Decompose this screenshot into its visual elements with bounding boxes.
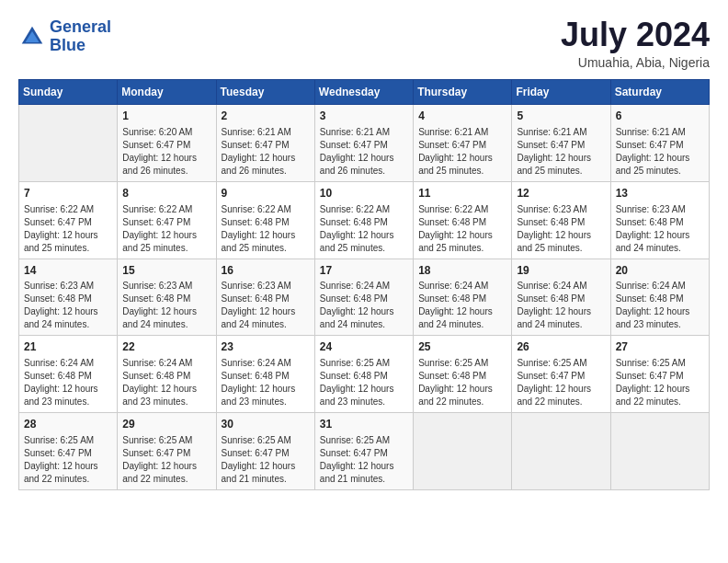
calendar-cell: 19Sunrise: 6:24 AM Sunset: 6:48 PM Dayli… — [512, 259, 610, 336]
day-info: Sunrise: 6:25 AM Sunset: 6:47 PM Dayligh… — [320, 434, 408, 486]
day-number: 3 — [320, 109, 408, 124]
day-number: 5 — [517, 109, 605, 124]
calendar-week-5: 28Sunrise: 6:25 AM Sunset: 6:47 PM Dayli… — [19, 413, 710, 490]
day-number: 4 — [418, 109, 506, 124]
day-info: Sunrise: 6:24 AM Sunset: 6:48 PM Dayligh… — [320, 280, 408, 331]
day-info: Sunrise: 6:25 AM Sunset: 6:47 PM Dayligh… — [24, 434, 112, 486]
calendar-cell — [610, 413, 709, 490]
header-day-saturday: Saturday — [610, 80, 709, 105]
calendar-cell: 25Sunrise: 6:25 AM Sunset: 6:48 PM Dayli… — [414, 336, 512, 413]
calendar-cell: 10Sunrise: 6:22 AM Sunset: 6:48 PM Dayli… — [314, 181, 413, 259]
calendar-cell: 5Sunrise: 6:21 AM Sunset: 6:47 PM Daylig… — [512, 105, 610, 182]
calendar-cell: 3Sunrise: 6:21 AM Sunset: 6:47 PM Daylig… — [314, 105, 413, 182]
day-info: Sunrise: 6:23 AM Sunset: 6:48 PM Dayligh… — [616, 203, 704, 255]
page-header: General Blue July 2024 Umuahia, Abia, Ni… — [18, 18, 710, 70]
header-day-monday: Monday — [118, 80, 216, 105]
day-number: 28 — [24, 417, 112, 432]
day-number: 22 — [122, 339, 210, 355]
calendar-cell: 29Sunrise: 6:25 AM Sunset: 6:47 PM Dayli… — [118, 413, 216, 490]
day-info: Sunrise: 6:25 AM Sunset: 6:48 PM Dayligh… — [418, 357, 506, 408]
location: Umuahia, Abia, Nigeria — [561, 55, 710, 70]
day-info: Sunrise: 6:24 AM Sunset: 6:48 PM Dayligh… — [24, 357, 112, 408]
calendar-cell: 7Sunrise: 6:22 AM Sunset: 6:47 PM Daylig… — [19, 181, 118, 259]
day-info: Sunrise: 6:24 AM Sunset: 6:48 PM Dayligh… — [517, 280, 605, 331]
day-info: Sunrise: 6:24 AM Sunset: 6:48 PM Dayligh… — [222, 357, 310, 408]
calendar-cell: 2Sunrise: 6:21 AM Sunset: 6:47 PM Daylig… — [216, 105, 314, 182]
calendar-cell: 17Sunrise: 6:24 AM Sunset: 6:48 PM Dayli… — [314, 259, 413, 336]
day-number: 16 — [222, 263, 310, 279]
logo-text: General Blue — [50, 18, 111, 55]
calendar-cell — [512, 413, 610, 490]
day-number: 18 — [418, 263, 506, 279]
day-number: 8 — [122, 186, 210, 201]
day-info: Sunrise: 6:21 AM Sunset: 6:47 PM Dayligh… — [616, 126, 704, 178]
calendar-cell: 24Sunrise: 6:25 AM Sunset: 6:48 PM Dayli… — [314, 336, 413, 413]
day-info: Sunrise: 6:23 AM Sunset: 6:48 PM Dayligh… — [24, 280, 112, 331]
day-number: 27 — [616, 339, 704, 355]
title-block: July 2024 Umuahia, Abia, Nigeria — [561, 18, 710, 70]
day-number: 10 — [320, 186, 408, 201]
logo: General Blue — [18, 18, 111, 55]
day-number: 23 — [222, 339, 310, 355]
day-number: 24 — [320, 339, 408, 355]
day-number: 7 — [24, 186, 112, 201]
day-number: 13 — [616, 186, 704, 201]
day-info: Sunrise: 6:25 AM Sunset: 6:47 PM Dayligh… — [222, 434, 310, 486]
day-number: 15 — [122, 263, 210, 279]
day-info: Sunrise: 6:21 AM Sunset: 6:47 PM Dayligh… — [517, 126, 605, 178]
calendar-cell: 27Sunrise: 6:25 AM Sunset: 6:47 PM Dayli… — [610, 336, 709, 413]
day-number: 25 — [418, 339, 506, 355]
calendar-cell: 23Sunrise: 6:24 AM Sunset: 6:48 PM Dayli… — [216, 336, 314, 413]
calendar-cell: 28Sunrise: 6:25 AM Sunset: 6:47 PM Dayli… — [19, 413, 118, 490]
day-info: Sunrise: 6:22 AM Sunset: 6:48 PM Dayligh… — [222, 203, 310, 255]
calendar-table: SundayMondayTuesdayWednesdayThursdayFrid… — [18, 79, 710, 490]
calendar-cell: 18Sunrise: 6:24 AM Sunset: 6:48 PM Dayli… — [414, 259, 512, 336]
calendar-cell: 13Sunrise: 6:23 AM Sunset: 6:48 PM Dayli… — [610, 181, 709, 259]
calendar-cell: 14Sunrise: 6:23 AM Sunset: 6:48 PM Dayli… — [19, 259, 118, 336]
day-info: Sunrise: 6:24 AM Sunset: 6:48 PM Dayligh… — [616, 280, 704, 331]
day-info: Sunrise: 6:22 AM Sunset: 6:47 PM Dayligh… — [24, 203, 112, 255]
header-day-tuesday: Tuesday — [216, 80, 314, 105]
day-number: 29 — [122, 417, 210, 432]
calendar-cell: 9Sunrise: 6:22 AM Sunset: 6:48 PM Daylig… — [216, 181, 314, 259]
day-number: 11 — [418, 186, 506, 201]
calendar-cell: 15Sunrise: 6:23 AM Sunset: 6:48 PM Dayli… — [118, 259, 216, 336]
day-info: Sunrise: 6:21 AM Sunset: 6:47 PM Dayligh… — [320, 126, 408, 178]
day-number: 17 — [320, 263, 408, 279]
day-number: 6 — [616, 109, 704, 124]
calendar-cell: 12Sunrise: 6:23 AM Sunset: 6:48 PM Dayli… — [512, 181, 610, 259]
day-number: 30 — [222, 417, 310, 432]
day-number: 21 — [24, 339, 112, 355]
calendar-cell — [414, 413, 512, 490]
day-info: Sunrise: 6:20 AM Sunset: 6:47 PM Dayligh… — [122, 126, 210, 178]
day-info: Sunrise: 6:21 AM Sunset: 6:47 PM Dayligh… — [418, 126, 506, 178]
calendar-cell: 21Sunrise: 6:24 AM Sunset: 6:48 PM Dayli… — [19, 336, 118, 413]
header-day-friday: Friday — [512, 80, 610, 105]
calendar-cell: 16Sunrise: 6:23 AM Sunset: 6:48 PM Dayli… — [216, 259, 314, 336]
calendar-cell: 20Sunrise: 6:24 AM Sunset: 6:48 PM Dayli… — [610, 259, 709, 336]
day-info: Sunrise: 6:25 AM Sunset: 6:47 PM Dayligh… — [517, 357, 605, 408]
logo-icon — [18, 23, 46, 51]
calendar-week-4: 21Sunrise: 6:24 AM Sunset: 6:48 PM Dayli… — [19, 336, 710, 413]
calendar-week-2: 7Sunrise: 6:22 AM Sunset: 6:47 PM Daylig… — [19, 181, 710, 259]
header-day-sunday: Sunday — [19, 80, 118, 105]
calendar-cell — [19, 105, 118, 182]
day-number: 26 — [517, 339, 605, 355]
calendar-cell: 4Sunrise: 6:21 AM Sunset: 6:47 PM Daylig… — [414, 105, 512, 182]
calendar-cell: 8Sunrise: 6:22 AM Sunset: 6:47 PM Daylig… — [118, 181, 216, 259]
day-info: Sunrise: 6:23 AM Sunset: 6:48 PM Dayligh… — [222, 280, 310, 331]
calendar-week-3: 14Sunrise: 6:23 AM Sunset: 6:48 PM Dayli… — [19, 259, 710, 336]
calendar-header-row: SundayMondayTuesdayWednesdayThursdayFrid… — [19, 80, 710, 105]
day-number: 2 — [222, 109, 310, 124]
calendar-week-1: 1Sunrise: 6:20 AM Sunset: 6:47 PM Daylig… — [19, 105, 710, 182]
calendar-cell: 6Sunrise: 6:21 AM Sunset: 6:47 PM Daylig… — [610, 105, 709, 182]
day-info: Sunrise: 6:24 AM Sunset: 6:48 PM Dayligh… — [418, 280, 506, 331]
day-number: 14 — [24, 263, 112, 279]
day-info: Sunrise: 6:22 AM Sunset: 6:48 PM Dayligh… — [418, 203, 506, 255]
day-info: Sunrise: 6:25 AM Sunset: 6:47 PM Dayligh… — [616, 357, 704, 408]
day-info: Sunrise: 6:21 AM Sunset: 6:47 PM Dayligh… — [222, 126, 310, 178]
day-info: Sunrise: 6:23 AM Sunset: 6:48 PM Dayligh… — [122, 280, 210, 331]
month-title: July 2024 — [561, 18, 710, 52]
day-info: Sunrise: 6:23 AM Sunset: 6:48 PM Dayligh… — [517, 203, 605, 255]
calendar-cell: 22Sunrise: 6:24 AM Sunset: 6:48 PM Dayli… — [118, 336, 216, 413]
